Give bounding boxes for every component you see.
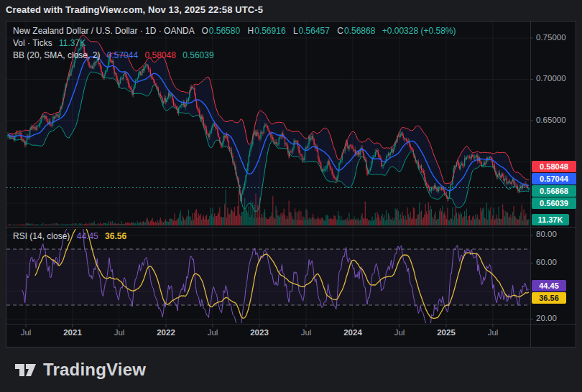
time-axis-label: 2023 xyxy=(244,328,275,337)
bb-lower-price-tag: 0.56039 xyxy=(532,197,576,209)
bottom-bar: TradingView xyxy=(0,347,582,392)
watermark-text: Created with TradingView.com, Nov 13, 20… xyxy=(6,4,263,15)
rsi-axis-label: 20.00 xyxy=(536,314,557,323)
time-axis-label: 2025 xyxy=(430,328,462,337)
tradingview-logo[interactable]: TradingView xyxy=(15,360,146,380)
price-axis-label: 0.70000 xyxy=(536,74,566,83)
time-axis-label: Jul xyxy=(290,328,322,337)
bb-upper-price-tag: 0.58048 xyxy=(532,161,576,172)
price-chart-canvas xyxy=(6,22,576,347)
volume-tag: 11.37K xyxy=(532,214,569,225)
time-axis-label: Jul xyxy=(10,328,42,337)
time-axis-label: 2024 xyxy=(337,328,369,337)
rsi-value-tag: 44.45 xyxy=(532,280,566,291)
last-price-tag: 0.56868 xyxy=(532,185,576,197)
rsi-ma-tag: 36.56 xyxy=(532,292,566,304)
time-axis-label: Jul xyxy=(477,328,509,337)
time-axis-label: 2022 xyxy=(150,328,182,337)
time-axis-label: Jul xyxy=(197,328,228,337)
tradingview-logo-icon xyxy=(15,364,37,376)
time-axis-label: Jul xyxy=(384,328,415,337)
chart-frame: New Zealand Dollar / U.S. Dollar · 1D · … xyxy=(6,21,576,347)
rsi-axis-label: 60.00 xyxy=(536,258,557,267)
price-axis-label: 0.65000 xyxy=(536,116,566,125)
time-axis-label: 2021 xyxy=(57,328,88,337)
bb-basis-price-tag: 0.57044 xyxy=(532,173,576,185)
tradingview-logo-text: TradingView xyxy=(43,360,146,380)
price-axis-label: 0.75000 xyxy=(536,33,566,42)
rsi-axis-label: 80.00 xyxy=(536,230,557,239)
time-axis-label: Jul xyxy=(103,328,135,337)
